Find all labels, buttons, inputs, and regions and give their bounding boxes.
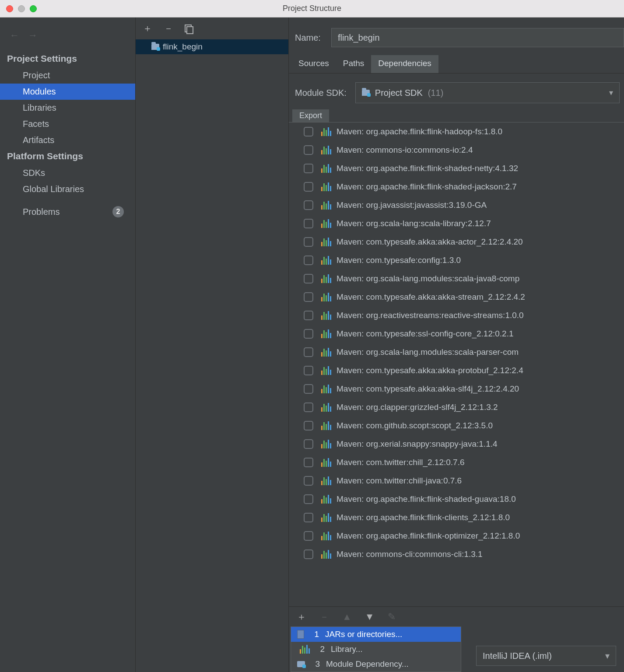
move-up-icon[interactable]: ▲ — [342, 611, 352, 623]
dependency-row[interactable]: Maven: org.apache.flink:flink-optimizer_… — [289, 527, 624, 545]
dependency-row[interactable]: Maven: com.typesafe.akka:akka-stream_2.1… — [289, 288, 624, 306]
library-icon — [321, 146, 331, 154]
tab-paths[interactable]: Paths — [336, 55, 372, 73]
dependency-label: Maven: commons-io:commons-io:2.4 — [337, 145, 473, 155]
sidebar-item-problems[interactable]: Problems 2 — [0, 197, 135, 220]
problems-count-badge: 2 — [112, 206, 124, 217]
export-checkbox[interactable] — [304, 219, 313, 228]
export-checkbox[interactable] — [304, 439, 313, 449]
library-icon — [321, 476, 331, 485]
dependency-row[interactable]: Maven: org.reactivestreams:reactive-stre… — [289, 306, 624, 325]
popup-item-module-dependency[interactable]: 3 Module Dependency... — [291, 657, 461, 672]
dependency-row[interactable]: Maven: org.apache.flink:flink-shaded-gua… — [289, 490, 624, 508]
export-checkbox[interactable] — [304, 127, 313, 136]
export-checkbox[interactable] — [304, 237, 313, 247]
sidebar-item-project[interactable]: Project — [0, 67, 135, 84]
chevron-down-icon: ▾ — [605, 651, 610, 661]
dependency-row[interactable]: Maven: org.clapper:grizzled-slf4j_2.12:1… — [289, 398, 624, 416]
add-icon[interactable]: ＋ — [143, 22, 152, 35]
dependency-row[interactable]: Maven: com.typesafe.akka:akka-actor_2.12… — [289, 233, 624, 251]
dependency-row[interactable]: Maven: com.github.scopt:scopt_2.12:3.5.0 — [289, 416, 624, 435]
export-checkbox[interactable] — [304, 182, 313, 192]
export-checkbox[interactable] — [304, 531, 313, 541]
popup-item-jars[interactable]: 1 JARs or directories... — [291, 627, 461, 642]
export-checkbox[interactable] — [304, 366, 313, 375]
export-checkbox[interactable] — [304, 311, 313, 320]
sidebar-item-global-libraries[interactable]: Global Libraries — [0, 181, 135, 197]
library-icon — [321, 182, 331, 191]
dependency-row[interactable]: Maven: org.scala-lang.modules:scala-pars… — [289, 343, 624, 361]
dependency-row[interactable]: Maven: org.scala-lang.modules:scala-java… — [289, 270, 624, 288]
export-checkbox[interactable] — [304, 384, 313, 394]
export-checkbox[interactable] — [304, 402, 313, 412]
dependency-row[interactable]: Maven: commons-io:commons-io:2.4 — [289, 141, 624, 159]
module-format-select[interactable]: IntelliJ IDEA (.iml) ▾ — [476, 646, 616, 666]
module-name-input[interactable] — [331, 28, 624, 47]
dependency-label: Maven: org.apache.flink:flink-hadoop-fs:… — [337, 127, 502, 136]
dependency-row[interactable]: Maven: com.typesafe.akka:akka-slf4j_2.12… — [289, 380, 624, 398]
popup-item-library[interactable]: 2 Library... — [291, 642, 461, 657]
sidebar-item-sdks[interactable]: SDKs — [0, 165, 135, 181]
export-checkbox[interactable] — [304, 476, 313, 486]
maximize-icon[interactable] — [30, 5, 37, 12]
dependency-row[interactable]: Maven: com.typesafe.akka:akka-protobuf_2… — [289, 361, 624, 380]
export-checkbox[interactable] — [304, 458, 313, 467]
dependency-row[interactable]: Maven: com.twitter:chill-java:0.7.6 — [289, 472, 624, 490]
sidebar-heading-project-settings: Project Settings — [0, 51, 135, 67]
export-checkbox[interactable] — [304, 256, 313, 265]
add-dependency-icon[interactable]: ＋ — [297, 610, 306, 623]
problems-label: Problems — [23, 207, 60, 217]
export-checkbox[interactable] — [304, 494, 313, 504]
window-title: Project Structure — [0, 4, 624, 13]
tab-sources[interactable]: Sources — [291, 55, 336, 73]
minimize-icon[interactable] — [18, 5, 25, 12]
sidebar-item-libraries[interactable]: Libraries — [0, 100, 135, 116]
export-checkbox[interactable] — [304, 513, 313, 522]
export-checkbox[interactable] — [304, 164, 313, 173]
export-checkbox[interactable] — [304, 329, 313, 339]
dependency-label: Maven: com.typesafe.akka:akka-actor_2.12… — [337, 237, 523, 247]
library-icon — [321, 201, 331, 210]
dependency-row[interactable]: Maven: org.apache.flink:flink-shaded-net… — [289, 159, 624, 178]
dependency-row[interactable]: Maven: com.typesafe:config:1.3.0 — [289, 251, 624, 270]
edit-icon[interactable]: ✎ — [388, 611, 396, 623]
library-icon — [300, 645, 310, 654]
popup-item-shortcut: 3 — [311, 659, 320, 669]
library-icon — [321, 329, 331, 338]
sidebar-item-modules[interactable]: Modules — [0, 84, 135, 100]
popup-item-label: JARs or directories... — [325, 630, 402, 639]
forward-icon[interactable]: → — [28, 30, 38, 41]
tree-item-module[interactable]: flink_begin — [136, 39, 288, 54]
sidebar-item-facets[interactable]: Facets — [0, 116, 135, 132]
dependency-row[interactable]: Maven: commons-cli:commons-cli:1.3.1 — [289, 545, 624, 564]
export-checkbox[interactable] — [304, 292, 313, 302]
dependency-label: Maven: com.typesafe:config:1.3.0 — [337, 256, 461, 265]
back-icon[interactable]: ← — [10, 30, 19, 41]
dependency-row[interactable]: Maven: org.javassist:javassist:3.19.0-GA — [289, 196, 624, 214]
move-down-icon[interactable]: ▼ — [365, 611, 375, 623]
dependency-label: Maven: org.clapper:grizzled-slf4j_2.12:1… — [337, 402, 498, 412]
export-checkbox[interactable] — [304, 200, 313, 210]
library-icon — [321, 348, 331, 357]
module-sdk-select[interactable]: Project SDK (11) ▾ — [355, 82, 620, 103]
remove-dependency-icon[interactable]: － — [319, 610, 329, 623]
copy-icon[interactable] — [185, 24, 193, 32]
export-checkbox[interactable] — [304, 145, 313, 155]
dependency-row[interactable]: Maven: org.apache.flink:flink-hadoop-fs:… — [289, 122, 624, 141]
remove-icon[interactable]: － — [164, 22, 173, 35]
dependency-row[interactable]: Maven: org.apache.flink:flink-clients_2.… — [289, 508, 624, 527]
tab-dependencies[interactable]: Dependencies — [371, 55, 438, 73]
export-checkbox[interactable] — [304, 347, 313, 357]
export-checkbox[interactable] — [304, 421, 313, 430]
dependency-row[interactable]: Maven: com.typesafe:ssl-config-core_2.12… — [289, 325, 624, 343]
export-checkbox[interactable] — [304, 274, 313, 284]
dependency-row[interactable]: Maven: org.scala-lang:scala-library:2.12… — [289, 214, 624, 233]
export-column-header[interactable]: Export — [292, 109, 329, 122]
dependency-row[interactable]: Maven: org.apache.flink:flink-shaded-jac… — [289, 178, 624, 196]
sidebar-item-artifacts[interactable]: Artifacts — [0, 132, 135, 148]
dependency-row[interactable]: Maven: com.twitter:chill_2.12:0.7.6 — [289, 453, 624, 472]
export-checkbox[interactable] — [304, 550, 313, 559]
dependency-row[interactable]: Maven: org.xerial.snappy:snappy-java:1.1… — [289, 435, 624, 453]
dependencies-list[interactable]: Maven: org.apache.flink:flink-hadoop-fs:… — [289, 122, 624, 606]
close-icon[interactable] — [6, 5, 13, 12]
